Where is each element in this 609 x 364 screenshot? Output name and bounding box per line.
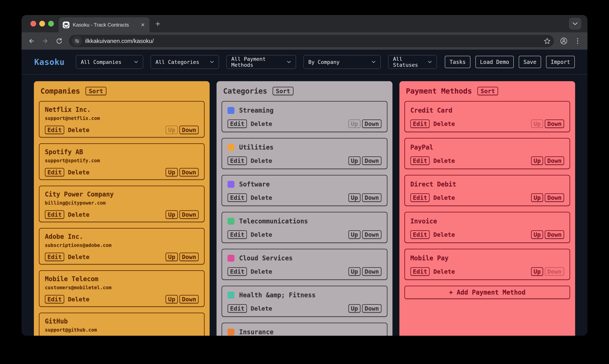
sort-payment-methods-button[interactable]: Sort bbox=[477, 87, 498, 95]
address-bar[interactable]: ilkkakuivanen.com/kasoku/ bbox=[69, 35, 554, 47]
move-down-button[interactable]: Down bbox=[362, 119, 382, 128]
edit-button[interactable]: Edit bbox=[45, 295, 64, 303]
filter-all-companies[interactable]: All Companies bbox=[76, 55, 143, 69]
move-down-button[interactable]: Down bbox=[545, 156, 564, 165]
move-up-button[interactable]: Up bbox=[531, 119, 543, 128]
delete-button[interactable]: Delete bbox=[248, 193, 275, 202]
forward-icon[interactable] bbox=[41, 37, 49, 45]
delete-button[interactable]: Delete bbox=[66, 253, 92, 261]
back-icon[interactable] bbox=[27, 37, 35, 45]
move-down-button[interactable]: Down bbox=[362, 304, 382, 313]
url-text[interactable]: ilkkakuivanen.com/kasoku/ bbox=[85, 38, 540, 44]
move-up-button[interactable]: Up bbox=[531, 230, 543, 239]
reload-icon[interactable] bbox=[55, 37, 63, 45]
import-button[interactable]: Import bbox=[546, 56, 575, 68]
payment-method-card: Direct Debit Edit Delete Up Down bbox=[404, 175, 570, 206]
tab-close-icon[interactable] bbox=[140, 22, 146, 28]
site-settings-button[interactable] bbox=[72, 36, 82, 46]
edit-button[interactable]: Edit bbox=[45, 210, 64, 219]
filter-all-categories[interactable]: All Categories bbox=[150, 55, 219, 69]
move-up-button[interactable]: Up bbox=[166, 295, 178, 303]
minimize-window-button[interactable] bbox=[39, 21, 45, 26]
save-button[interactable]: Save bbox=[519, 56, 541, 68]
delete-button[interactable]: Delete bbox=[431, 119, 457, 128]
payment-methods-panel: Payment Methods Sort Credit Card Edit De… bbox=[399, 81, 575, 336]
browser-window: Kasoku - Track Contracts bbox=[22, 15, 587, 336]
delete-button[interactable]: Delete bbox=[248, 156, 275, 165]
move-down-button[interactable]: Down bbox=[179, 210, 199, 219]
profile-icon[interactable] bbox=[560, 37, 568, 45]
move-up-button[interactable]: Up bbox=[531, 193, 543, 202]
edit-button[interactable]: Edit bbox=[410, 193, 430, 202]
company-name: Adobe Inc. bbox=[45, 233, 199, 240]
edit-button[interactable]: Edit bbox=[410, 267, 430, 276]
edit-button[interactable]: Edit bbox=[227, 193, 247, 202]
delete-button[interactable]: Delete bbox=[66, 295, 92, 303]
bookmark-star-icon[interactable] bbox=[543, 37, 551, 45]
sort-companies-button[interactable]: Sort bbox=[85, 87, 106, 95]
move-up-button[interactable]: Up bbox=[166, 210, 178, 219]
sort-categories-button[interactable]: Sort bbox=[273, 87, 293, 95]
move-up-button[interactable]: Up bbox=[166, 253, 178, 261]
edit-button[interactable]: Edit bbox=[227, 267, 247, 276]
move-up-button[interactable]: Up bbox=[531, 267, 543, 276]
delete-button[interactable]: Delete bbox=[431, 267, 457, 276]
edit-button[interactable]: Edit bbox=[410, 156, 430, 165]
move-down-button[interactable]: Down bbox=[362, 193, 382, 202]
move-down-button[interactable]: Down bbox=[179, 126, 199, 134]
tab-search-button[interactable] bbox=[569, 18, 581, 30]
delete-button[interactable]: Delete bbox=[248, 230, 275, 239]
browser-tab[interactable]: Kasoku - Track Contracts bbox=[59, 17, 150, 32]
delete-button[interactable]: Delete bbox=[66, 168, 92, 176]
add-payment-method-button[interactable]: + Add Payment Method bbox=[404, 286, 570, 299]
delete-button[interactable]: Delete bbox=[66, 210, 92, 219]
move-up-button[interactable]: Up bbox=[348, 267, 360, 276]
edit-button[interactable]: Edit bbox=[45, 253, 64, 261]
move-down-button[interactable]: Down bbox=[545, 119, 564, 128]
move-down-button[interactable]: Down bbox=[179, 295, 199, 303]
filter-all-statuses[interactable]: All Statuses bbox=[388, 55, 437, 69]
filter-group-by-company[interactable]: By Company bbox=[303, 55, 381, 69]
move-up-button[interactable]: Up bbox=[348, 193, 360, 202]
move-down-button[interactable]: Down bbox=[545, 267, 564, 276]
company-name: Spotify AB bbox=[45, 148, 199, 156]
move-down-button[interactable]: Down bbox=[545, 193, 564, 202]
edit-button[interactable]: Edit bbox=[227, 230, 247, 239]
delete-button[interactable]: Delete bbox=[431, 193, 457, 202]
move-down-button[interactable]: Down bbox=[362, 267, 382, 276]
delete-button[interactable]: Delete bbox=[248, 304, 275, 313]
close-window-button[interactable] bbox=[30, 21, 36, 26]
edit-button[interactable]: Edit bbox=[227, 156, 247, 165]
move-down-button[interactable]: Down bbox=[179, 168, 199, 176]
move-down-button[interactable]: Down bbox=[179, 253, 199, 261]
delete-button[interactable]: Delete bbox=[248, 267, 275, 276]
move-up-button[interactable]: Up bbox=[348, 230, 360, 239]
edit-button[interactable]: Edit bbox=[227, 119, 247, 128]
payment-method-card: Credit Card Edit Delete Up Down bbox=[404, 101, 570, 132]
move-down-button[interactable]: Down bbox=[362, 230, 382, 239]
move-up-button[interactable]: Up bbox=[348, 156, 360, 165]
delete-button[interactable]: Delete bbox=[66, 126, 92, 134]
move-down-button[interactable]: Down bbox=[545, 230, 564, 239]
edit-button[interactable]: Edit bbox=[227, 304, 247, 313]
move-up-button[interactable]: Up bbox=[166, 168, 178, 176]
delete-button[interactable]: Delete bbox=[431, 230, 457, 239]
tasks-button[interactable]: Tasks bbox=[445, 56, 470, 68]
move-up-button[interactable]: Up bbox=[348, 304, 360, 313]
move-up-button[interactable]: Up bbox=[531, 156, 543, 165]
move-up-button[interactable]: Up bbox=[348, 119, 360, 128]
move-down-button[interactable]: Down bbox=[362, 156, 382, 165]
edit-button[interactable]: Edit bbox=[410, 230, 430, 239]
category-color-swatch bbox=[227, 292, 234, 299]
delete-button[interactable]: Delete bbox=[248, 119, 275, 128]
edit-button[interactable]: Edit bbox=[45, 126, 64, 134]
menu-kebab-icon[interactable] bbox=[574, 37, 582, 45]
load-demo-button[interactable]: Load Demo bbox=[476, 56, 514, 68]
new-tab-icon[interactable] bbox=[154, 20, 162, 28]
delete-button[interactable]: Delete bbox=[431, 156, 457, 165]
filter-all-payment-methods[interactable]: All Payment Methods bbox=[226, 55, 296, 69]
move-up-button[interactable]: Up bbox=[166, 126, 178, 134]
edit-button[interactable]: Edit bbox=[410, 119, 430, 128]
edit-button[interactable]: Edit bbox=[45, 168, 64, 176]
maximize-window-button[interactable] bbox=[48, 21, 54, 26]
